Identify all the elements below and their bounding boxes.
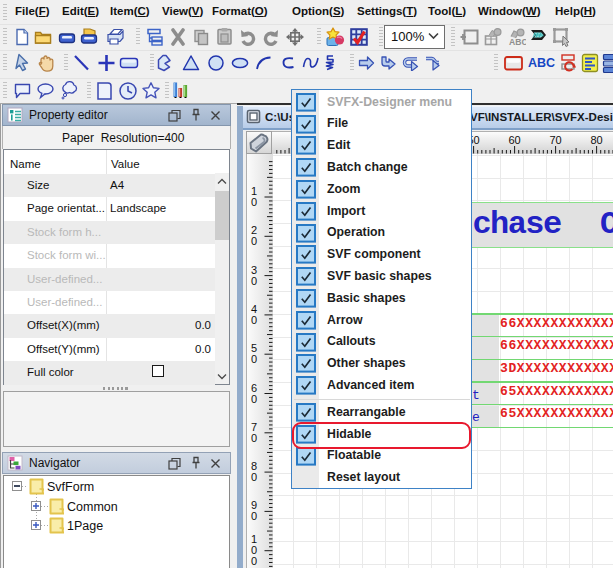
svg-text:0: 0 <box>251 432 257 444</box>
svg-text:0: 0 <box>251 555 257 567</box>
svg-text:80: 80 <box>590 134 602 146</box>
svg-text:0: 0 <box>251 235 257 247</box>
svg-text:60: 60 <box>508 134 520 146</box>
svg-text:70: 70 <box>549 134 561 146</box>
svg-text:0: 0 <box>251 471 257 483</box>
svg-text:0: 0 <box>251 353 257 365</box>
svg-text:0: 0 <box>251 196 257 208</box>
svg-text:0: 0 <box>251 314 257 326</box>
svg-text:0: 0 <box>251 393 257 405</box>
svg-text:0: 0 <box>251 510 257 522</box>
svg-text:0: 0 <box>251 275 257 287</box>
svg-text:ABC: ABC <box>509 37 526 47</box>
